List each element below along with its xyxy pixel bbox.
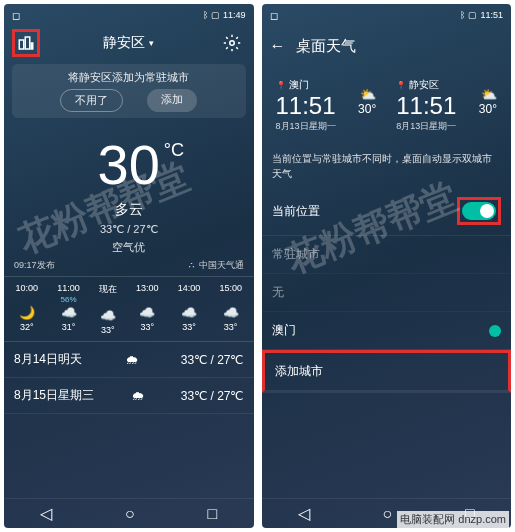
back-icon[interactable]: ◁ (40, 504, 52, 523)
home-icon[interactable]: ○ (125, 505, 135, 523)
meta-row: 09:17发布 ⛬ 中国天气通 (4, 255, 254, 276)
buildings-icon[interactable] (12, 29, 40, 57)
bluetooth-icon: ᛒ (460, 10, 465, 20)
svg-rect-1 (25, 37, 30, 49)
clock: 11:51 (480, 10, 503, 20)
settings-icon[interactable] (218, 29, 246, 57)
battery-icon: ▢ (468, 10, 477, 20)
page-title: 桌面天气 (296, 37, 356, 56)
back-arrow-icon[interactable]: ← (270, 37, 286, 55)
hour-item: 现在☁️33° (99, 283, 117, 335)
resident-city-row: 常驻城市 (262, 236, 512, 274)
battery-icon: ▢ (211, 10, 220, 20)
current-location-toggle[interactable] (462, 202, 496, 220)
publish-time: 09:17发布 (14, 259, 55, 272)
hour-item: 14:00☁️33° (178, 283, 201, 335)
status-bar: ◻ ᛒ ▢ 11:51 (262, 4, 512, 26)
hour-item: 13:00☁️33° (136, 283, 159, 335)
notif-icon: ◻ (12, 10, 20, 21)
day-row[interactable]: 8月14日明天🌧33℃ / 27℃ (4, 342, 254, 378)
hourly-forecast[interactable]: 10:00🌙32°11:0056%☁️31°现在☁️33°13:00☁️33°1… (4, 276, 254, 341)
bluetooth-icon: ᛒ (203, 10, 208, 20)
location-title[interactable]: 静安区 ▾ (40, 34, 218, 52)
notif-icon: ◻ (270, 10, 278, 21)
current-location-row[interactable]: 当前位置 (262, 187, 512, 236)
hi-lo-temp: 33℃ / 27℃ (4, 223, 254, 236)
city-card: 📍澳门11:518月13日星期一⛅30° (270, 74, 383, 137)
svg-rect-2 (31, 43, 33, 49)
app-header: 静安区 ▾ (4, 26, 254, 60)
daily-forecast: 8月14日明天🌧33℃ / 27℃8月15日星期三🌧33℃ / 27℃ (4, 341, 254, 414)
current-temp: 30 (4, 132, 254, 197)
chevron-down-icon: ▾ (149, 38, 154, 48)
radio-selected-icon[interactable] (489, 325, 501, 337)
weather-app-screen: 花粉帮帮堂 ◻ ᛒ ▢ 11:49 静安区 ▾ 将静安区添加为常驻城市 不用了 … (4, 4, 254, 528)
data-source: ⛬ 中国天气通 (187, 259, 244, 272)
air-quality: 空气优 (4, 240, 254, 255)
day-row[interactable]: 8月15日星期三🌧33℃ / 27℃ (4, 378, 254, 414)
add-button[interactable]: 添加 (147, 89, 197, 112)
condition: 多云 (4, 201, 254, 219)
hint-text: 当前位置与常驻城市不同时，桌面自动显示双城市天气 (262, 145, 512, 187)
hour-item: 10:00🌙32° (16, 283, 39, 335)
clock: 11:49 (223, 10, 246, 20)
home-icon[interactable]: ○ (383, 505, 393, 523)
add-city-banner: 将静安区添加为常驻城市 不用了 添加 (12, 64, 246, 118)
none-row[interactable]: 无 (262, 274, 512, 312)
macau-row[interactable]: 澳门 (262, 312, 512, 350)
status-bar: ◻ ᛒ ▢ 11:49 (4, 4, 254, 26)
hour-item: 11:0056%☁️31° (57, 283, 80, 335)
desktop-weather-settings: 花粉帮帮堂 ◻ ᛒ ▢ 11:51 ← 桌面天气 📍澳门11:518月13日星期… (262, 4, 512, 528)
recent-icon[interactable]: □ (207, 505, 217, 523)
settings-header: ← 桌面天气 (262, 26, 512, 66)
city-compare: 📍澳门11:518月13日星期一⛅30°📍静安区11:518月13日星期一⛅30… (262, 66, 512, 145)
nav-bar: ◁ ○ □ (4, 498, 254, 528)
site-tag: 电脑装配网 dnzp.com (397, 511, 509, 528)
svg-rect-0 (19, 40, 24, 49)
add-city-row[interactable]: 添加城市 (262, 350, 512, 393)
banner-text: 将静安区添加为常驻城市 (18, 70, 240, 85)
hour-item: 15:00☁️33° (219, 283, 242, 335)
city-card: 📍静安区11:518月13日星期一⛅30° (390, 74, 503, 137)
back-icon[interactable]: ◁ (298, 504, 310, 523)
svg-point-3 (229, 41, 234, 46)
skip-button[interactable]: 不用了 (60, 89, 123, 112)
